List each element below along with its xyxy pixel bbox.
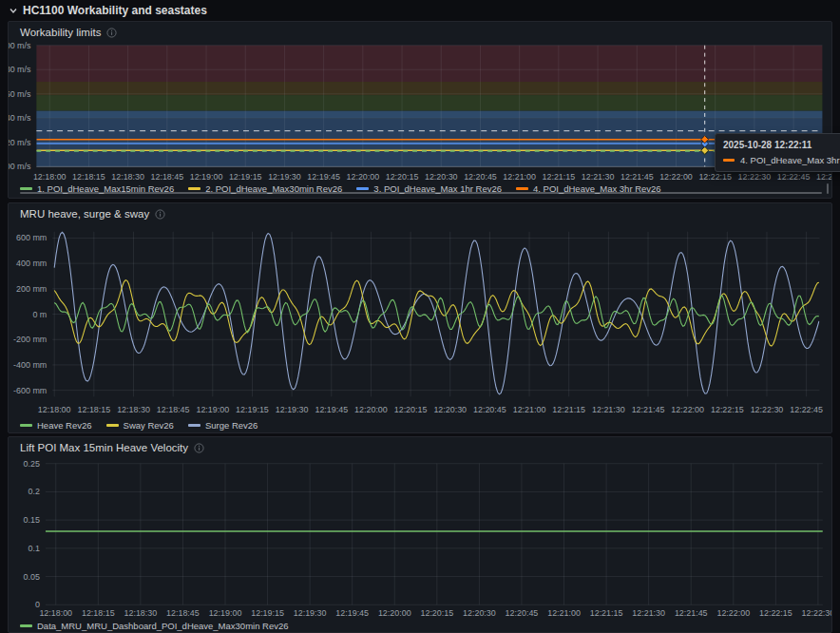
x-tick-label: 12:22:30 <box>738 172 772 182</box>
panel-header: Workability limits <box>9 22 831 43</box>
x-tick-label: 12:21:30 <box>592 405 625 414</box>
lift-poi-chart[interactable]: 0.250.20.150.10.05012:18:0012:18:1512:18… <box>9 437 831 632</box>
legend-series-dash <box>20 424 32 427</box>
x-tick-label: 12:18:45 <box>166 608 200 618</box>
x-tick-label: 12:18:45 <box>157 405 190 414</box>
vertical-scrollbar[interactable] <box>827 183 829 194</box>
x-tick-label: 12:20:15 <box>386 172 419 182</box>
x-tick-label: 12:22:00 <box>659 172 693 182</box>
x-tick-label: 12:19:30 <box>294 608 327 618</box>
y-tick-label: 400 mm <box>16 259 47 268</box>
row-title: HC1100 Workability and seastates <box>23 4 207 17</box>
x-tick-label: 12:20:45 <box>464 172 497 182</box>
x-tick-label: 12:21:15 <box>552 405 585 414</box>
chevron-down-icon <box>9 6 18 15</box>
y-tick-label: 0.05 <box>24 572 40 582</box>
x-tick-label: 12:21:45 <box>675 608 708 618</box>
x-tick-label: 12:19:30 <box>276 405 309 414</box>
x-tick-label: 12:21:30 <box>582 172 615 182</box>
x-tick-label: 12:21:00 <box>547 608 581 618</box>
y-tick-label: 600 mm <box>16 233 47 242</box>
info-icon[interactable] <box>194 443 204 453</box>
panel-title[interactable]: Workability limits <box>20 27 101 38</box>
x-tick-label: 12:20:00 <box>354 405 388 414</box>
row-collapse-button[interactable]: HC1100 Workability and seastates <box>0 4 207 17</box>
x-tick-label: 12:20:00 <box>378 608 411 618</box>
legend-series-dash <box>20 624 32 627</box>
x-tick-label: 12:22:00 <box>671 405 704 414</box>
panel-lift-poi-heave-velocity: Lift POI Max 15min Heave Velocity 0.250.… <box>8 436 832 633</box>
panel-title[interactable]: Lift POI Max 15min Heave Velocity <box>20 442 188 453</box>
x-tick-label: 12:18:15 <box>72 172 105 182</box>
x-tick-label: 12:18:30 <box>117 405 150 414</box>
info-icon[interactable] <box>106 28 117 38</box>
x-tick-label: 12:22:15 <box>711 405 744 414</box>
legend-item[interactable]: Sway Rev26 <box>106 420 174 431</box>
x-tick-label: 12:20:30 <box>463 608 496 618</box>
workability-limits-chart[interactable]: 0.00 m/s0.20 m/s0.40 m/s0.60 m/s0.80 m/s… <box>9 22 831 198</box>
x-tick-label: 12:18:15 <box>78 405 111 414</box>
legend-series-label: Heave Rev26 <box>37 420 92 431</box>
legend-series-dash <box>188 424 200 427</box>
x-tick-label: 12:19:15 <box>251 608 284 618</box>
x-tick-label: 12:18:30 <box>124 608 158 618</box>
panel-workability-limits: Workability limits 0.00 m/s0.20 m/s0.40 … <box>8 21 832 199</box>
y-tick-label: 0.2 <box>29 487 40 496</box>
series-line-Surge Rev26 <box>54 232 819 393</box>
x-tick-label: 12:18:00 <box>39 608 72 618</box>
lift-poi-legend: Data_MRU_MRU_Dashboard_POI_dHeave_Max30m… <box>20 621 289 631</box>
legend-series-dash <box>356 187 369 190</box>
tooltip-series-dash <box>723 159 735 162</box>
chart-tooltip: 2025-10-28 12:22:11 4. POI_dHeave_Max 3h… <box>715 133 840 172</box>
x-tick-label: 12:20:15 <box>420 608 453 618</box>
x-tick-label: 12:19:30 <box>268 172 301 182</box>
tooltip-series-label: 4. POI_dHeave_Max 3hr Rev26 <box>740 155 840 165</box>
x-tick-label: 12:22:00 <box>716 608 750 618</box>
legend-item[interactable]: Heave Rev26 <box>20 420 92 431</box>
x-tick-label: 12:19:45 <box>335 608 369 618</box>
x-tick-label: 12:22:30 <box>751 405 784 414</box>
x-tick-label: 12:20:45 <box>506 608 539 618</box>
x-tick-label: 12:20:30 <box>425 172 458 182</box>
legend-series-dash <box>188 187 200 190</box>
panel-title[interactable]: MRU heave, surge & sway <box>20 208 149 220</box>
x-tick-label: 12:21:15 <box>590 608 623 618</box>
legend-series-label: Sway Rev26 <box>124 420 174 431</box>
x-tick-label: 12:22:15 <box>759 608 792 618</box>
y-tick-label: 0 m <box>32 310 47 319</box>
x-tick-label: 12:18:00 <box>33 172 67 182</box>
mru-chart[interactable]: 600 mm400 mm200 mm0 m-200 mm-400 mm-600 … <box>9 203 831 432</box>
panel-header: MRU heave, surge & sway <box>9 203 831 224</box>
dashboard-row-header: HC1100 Workability and seastates <box>0 0 840 20</box>
series-line-Sway Rev26 <box>54 280 819 346</box>
x-tick-label: 12:21:00 <box>503 172 536 182</box>
legend-series-dash <box>20 187 32 190</box>
x-tick-label: 12:18:00 <box>38 405 71 414</box>
x-tick-label: 12:20:45 <box>473 405 506 414</box>
x-tick-label: 12:20:00 <box>347 172 380 182</box>
info-icon[interactable] <box>155 209 165 220</box>
legend-item[interactable]: Surge Rev26 <box>188 420 258 431</box>
x-tick-label: 12:21:00 <box>513 405 546 414</box>
x-tick-label: 12:22:45 <box>790 405 823 414</box>
x-tick-label: 12:19:45 <box>315 405 348 414</box>
x-tick-label: 12:19:15 <box>229 172 262 182</box>
y-tick-label: 0.80 m/s <box>9 65 31 74</box>
y-tick-label: 0.25 <box>24 459 40 469</box>
x-tick-label: 12:20:30 <box>433 405 467 414</box>
y-tick-label: -200 mm <box>13 335 47 344</box>
y-tick-label: 0.1 <box>29 544 40 553</box>
x-tick-label: 12:22:15 <box>698 172 732 182</box>
horizontal-scrollbar[interactable] <box>20 192 822 194</box>
legend-item[interactable]: Data_MRU_MRU_Dashboard_POI_dHeave_Max30m… <box>20 621 289 631</box>
mru-legend: Heave Rev26Sway Rev26Surge Rev26 <box>20 420 258 431</box>
x-tick-label: 12:23:00 <box>816 172 831 182</box>
y-tick-label: 0.15 <box>24 515 40 525</box>
x-tick-label: 12:21:30 <box>632 608 665 618</box>
y-tick-label: 0.40 m/s <box>9 113 31 123</box>
x-tick-label: 12:19:45 <box>307 172 340 182</box>
x-tick-label: 12:22:30 <box>802 608 831 618</box>
grafana-dashboard: HC1100 Workability and seastates Workabi… <box>0 0 840 633</box>
y-tick-label: 200 mm <box>16 284 47 294</box>
y-tick-label: 0.60 m/s <box>9 89 31 99</box>
